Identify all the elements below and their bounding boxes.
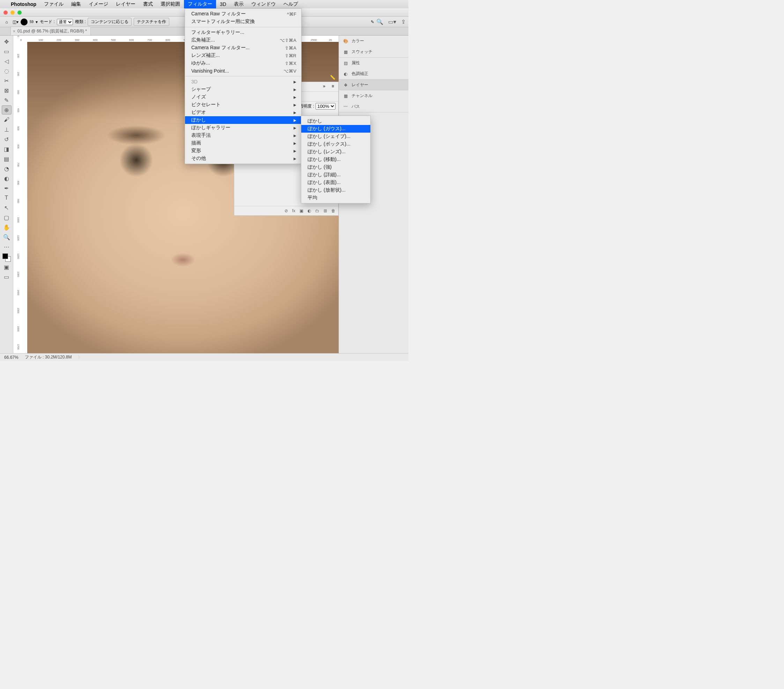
blur-item[interactable]: ぼかし (ガウス)...	[301, 125, 371, 133]
blur-item[interactable]: ぼかし (シェイプ)...	[301, 133, 371, 140]
mode-select[interactable]: 通常	[57, 19, 73, 25]
filter-item[interactable]: ビデオ	[185, 109, 301, 116]
link-icon[interactable]: ⊘	[285, 208, 288, 213]
filter-item[interactable]: Camera Raw フィルター^⌘F	[185, 10, 301, 18]
fx-icon[interactable]: fx	[292, 208, 295, 213]
filter-item[interactable]: ピクセレート	[185, 101, 301, 109]
history-brush-tool[interactable]: ↺	[2, 135, 12, 144]
move-tool[interactable]: ✥	[2, 37, 12, 46]
zoom-tool[interactable]: 🔍	[2, 232, 12, 242]
stamp-tool[interactable]: ⊥	[2, 125, 12, 134]
crop-tool[interactable]: ✂	[2, 76, 12, 85]
content-aware-button[interactable]: コンテンツに応じる	[87, 18, 132, 26]
pen-tool[interactable]: ✒	[2, 184, 12, 193]
menu-filter[interactable]: フィルター	[184, 0, 216, 8]
blur-item[interactable]: ぼかし	[301, 117, 371, 125]
filter-item[interactable]: レンズ補正...⇧⌘R	[185, 52, 301, 59]
blur-item[interactable]: ぼかし (詳細)...	[301, 171, 371, 179]
share-icon[interactable]: ⇪	[401, 18, 405, 25]
opacity-select[interactable]: 100%	[316, 103, 336, 110]
filter-item[interactable]: ぼかし	[185, 116, 301, 124]
filter-item[interactable]: 表現手法	[185, 132, 301, 139]
close-window-button[interactable]	[3, 10, 8, 15]
trash-icon[interactable]: 🗑	[331, 208, 336, 213]
mask-icon[interactable]: ▣	[300, 208, 303, 213]
minimize-window-button[interactable]	[10, 10, 15, 15]
blur-item[interactable]: ぼかし (レンズ)...	[301, 148, 371, 156]
menu-layer[interactable]: レイヤー	[112, 0, 139, 8]
zoom-window-button[interactable]	[18, 10, 21, 15]
menu-3d[interactable]: 3D	[216, 0, 230, 8]
blur-item[interactable]: ぼかし (放射状)...	[301, 186, 371, 194]
layers-tab[interactable]: ❖レイヤー	[339, 79, 408, 91]
adj-new-icon[interactable]: ◐	[308, 208, 311, 213]
filter-item[interactable]: シャープ	[185, 86, 301, 93]
filter-item[interactable]: フィルターギャラリー...	[185, 29, 301, 36]
brush-preset-picker[interactable]: ◫▾	[13, 20, 18, 25]
menu-app[interactable]: Photoshop	[7, 0, 40, 8]
menu-view[interactable]: 表示	[230, 0, 247, 8]
workspace-icon[interactable]: ▭▾	[388, 18, 396, 25]
ruler-icon[interactable]: 📏	[328, 73, 337, 82]
filter-item[interactable]: 描画	[185, 139, 301, 147]
blur-item[interactable]: ぼかし (ボックス)...	[301, 140, 371, 148]
brush-tool[interactable]: 🖌	[2, 115, 12, 124]
paths-tab[interactable]: 〰パス	[339, 101, 408, 112]
new-icon[interactable]: ⊞	[324, 208, 327, 213]
healing-brush-tool[interactable]: ⊕	[2, 105, 12, 114]
zoom-level[interactable]: 66.67%	[4, 355, 18, 360]
eraser-tool[interactable]: ◨	[2, 145, 12, 153]
home-button[interactable]: ⌂	[3, 18, 10, 26]
filter-item[interactable]: ゆがみ...⇧⌘X	[185, 59, 301, 67]
rectangle-tool[interactable]: ▢	[2, 213, 12, 222]
screen-mode-button[interactable]: ▭	[2, 272, 12, 281]
filter-item[interactable]: ぼかしギャラリー	[185, 124, 301, 132]
hand-tool[interactable]: ✋	[2, 223, 12, 232]
blur-item[interactable]: 平均	[301, 194, 371, 202]
eyedropper-tool[interactable]: ✎	[2, 96, 12, 105]
menu-help[interactable]: ヘルプ	[280, 0, 302, 8]
status-arrow-icon[interactable]: 〉	[78, 354, 82, 360]
menu-window[interactable]: ウィンドウ	[247, 0, 280, 8]
file-info[interactable]: ファイル : 30.2M/120.8M	[25, 354, 72, 360]
filter-item[interactable]: その他	[185, 155, 301, 162]
filter-item[interactable]: 変形	[185, 147, 301, 155]
blur-tool[interactable]: ◔	[2, 164, 12, 173]
create-texture-button[interactable]: テクスチャを作	[134, 18, 169, 26]
blur-item[interactable]: ぼかし (表面)...	[301, 179, 371, 186]
quick-mask-button[interactable]: ▣	[2, 262, 12, 272]
marquee-tool[interactable]: ▭	[2, 47, 12, 56]
color-panel[interactable]: 🎨カラー	[339, 36, 408, 46]
document-tab[interactable]: × 01.psd @ 66.7% (肌質補正, RGB/8) *	[10, 26, 91, 35]
panel-menu-icon[interactable]: ≡	[329, 83, 337, 91]
dodge-tool[interactable]: ◐	[2, 174, 12, 183]
foreground-background-colors[interactable]	[2, 254, 11, 262]
menu-image[interactable]: イメージ	[85, 0, 112, 8]
search-icon[interactable]: 🔍	[376, 18, 383, 25]
brush-settings-icon[interactable]: ✎	[371, 20, 374, 25]
brush-dropdown-icon[interactable]: ▾	[36, 20, 38, 25]
blur-item[interactable]: ぼかし (移動)...	[301, 156, 371, 163]
blur-item[interactable]: ぼかし (強)	[301, 163, 371, 171]
menu-edit[interactable]: 編集	[68, 0, 85, 8]
quick-select-tool[interactable]: ◌	[2, 66, 12, 76]
gradient-tool[interactable]: ▤	[2, 154, 12, 163]
filter-item[interactable]: 広角補正...⌥⇧⌘A	[185, 36, 301, 44]
more-tools[interactable]: ⋯	[2, 242, 12, 251]
properties-panel[interactable]: ▤属性	[339, 58, 408, 68]
menu-select[interactable]: 選択範囲	[157, 0, 184, 8]
filter-item[interactable]: Vanishing Point...⌥⌘V	[185, 67, 301, 75]
frame-tool[interactable]: ⊠	[2, 86, 12, 95]
swatches-panel[interactable]: ▦スウォッチ	[339, 46, 408, 57]
type-tool[interactable]: T	[2, 193, 12, 203]
brush-preview[interactable]	[21, 18, 28, 25]
filter-item[interactable]: Camera Raw フィルター...⇧⌘A	[185, 44, 301, 52]
path-select-tool[interactable]: ↖	[2, 203, 12, 212]
menu-file[interactable]: ファイル	[40, 0, 68, 8]
panel-expand-icon[interactable]: »	[320, 83, 328, 91]
lasso-tool[interactable]: ◁	[2, 56, 12, 66]
close-tab-icon[interactable]: ×	[13, 29, 15, 34]
menu-type[interactable]: 書式	[139, 0, 157, 8]
filter-item[interactable]: スマートフィルター用に変換	[185, 18, 301, 25]
channels-tab[interactable]: ▦チャンネル	[339, 91, 408, 101]
